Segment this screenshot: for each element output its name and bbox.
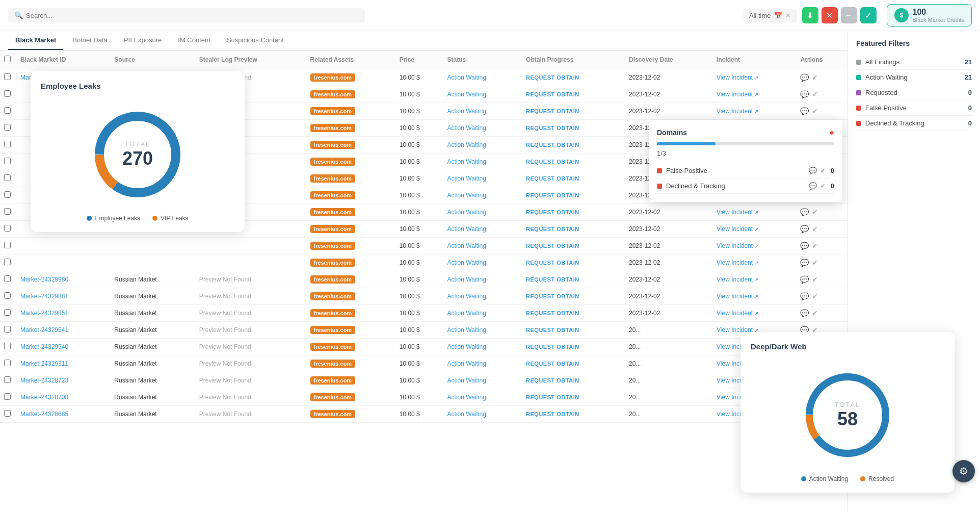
employee-dot (87, 216, 92, 221)
row-checkbox-15[interactable] (4, 326, 11, 333)
domains-close-icon[interactable]: ● (829, 128, 834, 137)
tab-botnet-data[interactable]: Botnet Data (65, 31, 115, 50)
check-action-icon[interactable]: ✔ (812, 107, 818, 115)
comment-action-icon[interactable]: 💬 (800, 225, 809, 233)
row-checkbox-12[interactable] (4, 275, 11, 282)
check-action-icon[interactable]: ✔ (812, 292, 818, 300)
cell-asset-20: fresenius.com (306, 406, 395, 423)
cell-obtain-3[interactable]: REQUEST OBTAIN (522, 120, 625, 137)
check-icon[interactable]: ✔ (820, 167, 826, 174)
cell-obtain-0[interactable]: REQUEST OBTAIN (522, 69, 625, 86)
comment-action-icon[interactable]: 💬 (800, 259, 809, 267)
date-filter[interactable]: All time 📅 ✕ (743, 9, 797, 22)
row-checkbox-19[interactable] (4, 393, 11, 400)
check-action-icon[interactable]: ✔ (812, 208, 818, 216)
close-date-icon[interactable]: ✕ (785, 12, 791, 19)
row-checkbox-10[interactable] (4, 242, 11, 248)
cell-obtain-11[interactable]: REQUEST OBTAIN (522, 254, 625, 271)
row-checkbox-18[interactable] (4, 376, 11, 383)
cell-obtain-18[interactable]: REQUEST OBTAIN (522, 372, 625, 389)
cell-incident-9[interactable]: View Incident ↗ (712, 221, 796, 238)
cell-incident-11[interactable]: View Incident ↗ (712, 254, 796, 271)
cell-obtain-19[interactable]: REQUEST OBTAIN (522, 389, 625, 406)
row-checkbox-5[interactable] (4, 158, 11, 164)
row-checkbox-17[interactable] (4, 360, 11, 366)
comment-icon-2[interactable]: 💬 (809, 182, 817, 190)
cell-obtain-20[interactable]: REQUEST OBTAIN (522, 406, 625, 423)
filter-item-0[interactable]: All Findings 21 (856, 55, 972, 70)
filter-item-3[interactable]: False Positive 0 (856, 100, 972, 116)
row-checkbox-16[interactable] (4, 343, 11, 349)
row-checkbox-7[interactable] (4, 191, 11, 198)
cell-incident-14[interactable]: View Incident ↗ (712, 305, 796, 322)
cell-incident-12[interactable]: View Incident ↗ (712, 271, 796, 288)
search-bar[interactable]: 🔍 (8, 8, 365, 22)
row-checkbox-3[interactable] (4, 124, 11, 131)
check-action-icon[interactable]: ✔ (812, 275, 818, 284)
cell-incident-8[interactable]: View Incident ↗ (712, 204, 796, 221)
row-checkbox-6[interactable] (4, 174, 11, 181)
row-checkbox-2[interactable] (4, 107, 11, 114)
check-action-icon[interactable]: ✔ (812, 242, 818, 250)
row-checkbox-13[interactable] (4, 292, 11, 299)
cell-obtain-4[interactable]: REQUEST OBTAIN (522, 137, 625, 154)
cell-obtain-13[interactable]: REQUEST OBTAIN (522, 288, 625, 305)
row-checkbox-20[interactable] (4, 410, 11, 417)
check-action-icon[interactable]: ✔ (812, 225, 818, 233)
search-input[interactable] (26, 12, 359, 19)
check-action-icon[interactable]: ✔ (812, 90, 818, 98)
vip-dot (152, 216, 157, 221)
cell-obtain-15[interactable]: REQUEST OBTAIN (522, 322, 625, 339)
comment-action-icon[interactable]: 💬 (800, 73, 809, 82)
comment-action-icon[interactable]: 💬 (800, 275, 809, 284)
cell-incident-2[interactable]: View Incident ↗ (712, 103, 796, 120)
cell-obtain-7[interactable]: REQUEST OBTAIN (522, 187, 625, 204)
cell-obtain-5[interactable]: REQUEST OBTAIN (522, 154, 625, 170)
row-checkbox-14[interactable] (4, 309, 11, 316)
cell-incident-13[interactable]: View Incident ↗ (712, 288, 796, 305)
confirm-button[interactable]: ✓ (860, 7, 877, 23)
check-action-icon[interactable]: ✔ (812, 309, 818, 317)
check-action-icon[interactable]: ✔ (812, 259, 818, 267)
cell-obtain-8[interactable]: REQUEST OBTAIN (522, 204, 625, 221)
cell-obtain-12[interactable]: REQUEST OBTAIN (522, 271, 625, 288)
cell-obtain-14[interactable]: REQUEST OBTAIN (522, 305, 625, 322)
cell-incident-1[interactable]: View Incident ↗ (712, 86, 796, 103)
cell-obtain-17[interactable]: REQUEST OBTAIN (522, 355, 625, 372)
cell-obtain-10[interactable]: REQUEST OBTAIN (522, 238, 625, 254)
comment-action-icon[interactable]: 💬 (800, 309, 809, 317)
download-button[interactable]: ⬇ (802, 7, 818, 23)
tab-black-market[interactable]: Black Market (8, 31, 63, 50)
filter-item-4[interactable]: Declined & Tracking 0 (856, 116, 972, 131)
tab-pii-exposure[interactable]: PII Exposure (117, 31, 169, 50)
comment-action-icon[interactable]: 💬 (800, 208, 809, 216)
comment-action-icon[interactable]: 💬 (800, 107, 809, 115)
check-action-icon[interactable]: ✔ (812, 73, 818, 82)
comment-action-icon[interactable]: 💬 (800, 90, 809, 98)
row-checkbox-4[interactable] (4, 141, 11, 147)
row-checkbox-8[interactable] (4, 208, 11, 215)
cell-incident-0[interactable]: View Incident ↗ (712, 69, 796, 86)
filter-item-1[interactable]: Action Waiting 21 (856, 70, 972, 85)
comment-icon[interactable]: 💬 (809, 167, 817, 174)
back-button[interactable]: ← (841, 7, 857, 23)
row-checkbox-9[interactable] (4, 225, 11, 232)
cell-obtain-1[interactable]: REQUEST OBTAIN (522, 86, 625, 103)
row-checkbox-11[interactable] (4, 259, 11, 265)
check-icon-2[interactable]: ✔ (820, 182, 826, 190)
comment-action-icon[interactable]: 💬 (800, 242, 809, 250)
cell-obtain-6[interactable]: REQUEST OBTAIN (522, 170, 625, 187)
select-all-checkbox[interactable] (4, 56, 11, 62)
filter-item-2[interactable]: Requested 0 (856, 85, 972, 100)
row-checkbox-0[interactable] (4, 73, 11, 80)
cell-obtain-2[interactable]: REQUEST OBTAIN (522, 103, 625, 120)
comment-action-icon[interactable]: 💬 (800, 292, 809, 300)
tab-suspicious[interactable]: Suspicious Content (220, 31, 291, 50)
remove-button[interactable]: ✕ (822, 7, 838, 23)
cell-obtain-16[interactable]: REQUEST OBTAIN (522, 339, 625, 355)
cell-incident-10[interactable]: View Incident ↗ (712, 238, 796, 254)
row-checkbox-1[interactable] (4, 90, 11, 97)
cell-obtain-9[interactable]: REQUEST OBTAIN (522, 221, 625, 238)
tab-im-content[interactable]: IM Content (171, 31, 218, 50)
settings-fab[interactable]: ⚙ (952, 460, 975, 482)
